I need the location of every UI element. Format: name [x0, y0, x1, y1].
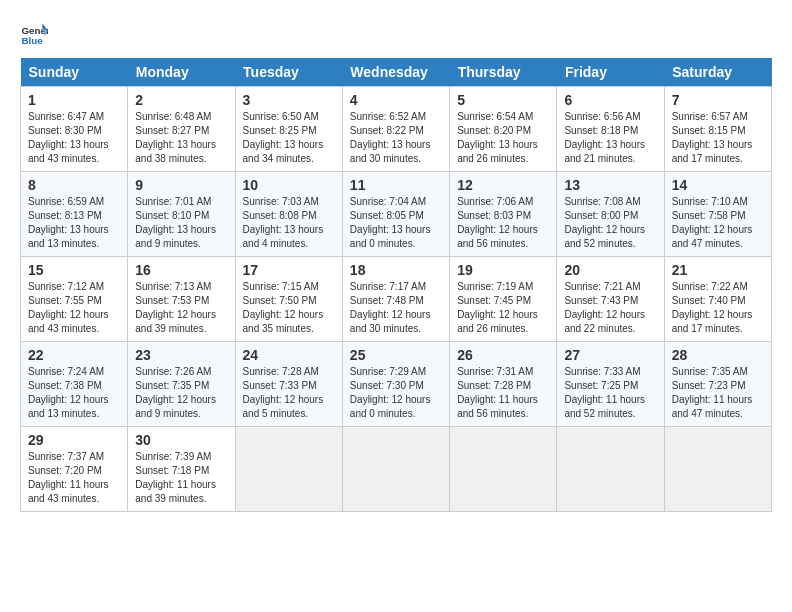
- day-number: 6: [564, 92, 656, 108]
- cell-info: Sunrise: 7:13 AMSunset: 7:53 PMDaylight:…: [135, 280, 227, 336]
- day-number: 2: [135, 92, 227, 108]
- cell-info: Sunrise: 7:06 AMSunset: 8:03 PMDaylight:…: [457, 195, 549, 251]
- day-number: 30: [135, 432, 227, 448]
- day-number: 10: [243, 177, 335, 193]
- cell-info: Sunrise: 7:03 AMSunset: 8:08 PMDaylight:…: [243, 195, 335, 251]
- table-row: 19Sunrise: 7:19 AMSunset: 7:45 PMDayligh…: [450, 257, 557, 342]
- day-number: 26: [457, 347, 549, 363]
- day-number: 24: [243, 347, 335, 363]
- cell-info: Sunrise: 7:37 AMSunset: 7:20 PMDaylight:…: [28, 450, 120, 506]
- day-number: 13: [564, 177, 656, 193]
- day-number: 29: [28, 432, 120, 448]
- day-number: 21: [672, 262, 764, 278]
- table-row: 14Sunrise: 7:10 AMSunset: 7:58 PMDayligh…: [664, 172, 771, 257]
- col-sunday: Sunday: [21, 58, 128, 87]
- day-number: 7: [672, 92, 764, 108]
- col-tuesday: Tuesday: [235, 58, 342, 87]
- col-saturday: Saturday: [664, 58, 771, 87]
- cell-info: Sunrise: 7:35 AMSunset: 7:23 PMDaylight:…: [672, 365, 764, 421]
- calendar-week-3: 15Sunrise: 7:12 AMSunset: 7:55 PMDayligh…: [21, 257, 772, 342]
- table-row: 5Sunrise: 6:54 AMSunset: 8:20 PMDaylight…: [450, 87, 557, 172]
- col-thursday: Thursday: [450, 58, 557, 87]
- table-row: 23Sunrise: 7:26 AMSunset: 7:35 PMDayligh…: [128, 342, 235, 427]
- table-row: 22Sunrise: 7:24 AMSunset: 7:38 PMDayligh…: [21, 342, 128, 427]
- logo: General Blue: [20, 20, 52, 48]
- table-row: 9Sunrise: 7:01 AMSunset: 8:10 PMDaylight…: [128, 172, 235, 257]
- day-number: 3: [243, 92, 335, 108]
- cell-info: Sunrise: 7:17 AMSunset: 7:48 PMDaylight:…: [350, 280, 442, 336]
- calendar-week-4: 22Sunrise: 7:24 AMSunset: 7:38 PMDayligh…: [21, 342, 772, 427]
- day-number: 8: [28, 177, 120, 193]
- cell-info: Sunrise: 7:39 AMSunset: 7:18 PMDaylight:…: [135, 450, 227, 506]
- logo-icon: General Blue: [20, 20, 48, 48]
- table-row: 21Sunrise: 7:22 AMSunset: 7:40 PMDayligh…: [664, 257, 771, 342]
- col-monday: Monday: [128, 58, 235, 87]
- cell-info: Sunrise: 7:01 AMSunset: 8:10 PMDaylight:…: [135, 195, 227, 251]
- table-row: 4Sunrise: 6:52 AMSunset: 8:22 PMDaylight…: [342, 87, 449, 172]
- table-row: 6Sunrise: 6:56 AMSunset: 8:18 PMDaylight…: [557, 87, 664, 172]
- calendar-week-1: 1Sunrise: 6:47 AMSunset: 8:30 PMDaylight…: [21, 87, 772, 172]
- day-number: 28: [672, 347, 764, 363]
- calendar-table: Sunday Monday Tuesday Wednesday Thursday…: [20, 58, 772, 512]
- table-row: 24Sunrise: 7:28 AMSunset: 7:33 PMDayligh…: [235, 342, 342, 427]
- table-row: 8Sunrise: 6:59 AMSunset: 8:13 PMDaylight…: [21, 172, 128, 257]
- day-number: 12: [457, 177, 549, 193]
- svg-text:Blue: Blue: [21, 35, 43, 46]
- cell-info: Sunrise: 7:31 AMSunset: 7:28 PMDaylight:…: [457, 365, 549, 421]
- cell-info: Sunrise: 7:19 AMSunset: 7:45 PMDaylight:…: [457, 280, 549, 336]
- day-number: 19: [457, 262, 549, 278]
- col-friday: Friday: [557, 58, 664, 87]
- table-row: 1Sunrise: 6:47 AMSunset: 8:30 PMDaylight…: [21, 87, 128, 172]
- cell-info: Sunrise: 7:04 AMSunset: 8:05 PMDaylight:…: [350, 195, 442, 251]
- day-number: 17: [243, 262, 335, 278]
- header: General Blue: [20, 20, 772, 48]
- table-row: 10Sunrise: 7:03 AMSunset: 8:08 PMDayligh…: [235, 172, 342, 257]
- cell-info: Sunrise: 6:52 AMSunset: 8:22 PMDaylight:…: [350, 110, 442, 166]
- table-row: 18Sunrise: 7:17 AMSunset: 7:48 PMDayligh…: [342, 257, 449, 342]
- header-row: Sunday Monday Tuesday Wednesday Thursday…: [21, 58, 772, 87]
- day-number: 18: [350, 262, 442, 278]
- table-row: 30Sunrise: 7:39 AMSunset: 7:18 PMDayligh…: [128, 427, 235, 512]
- day-number: 9: [135, 177, 227, 193]
- day-number: 15: [28, 262, 120, 278]
- cell-info: Sunrise: 7:29 AMSunset: 7:30 PMDaylight:…: [350, 365, 442, 421]
- col-wednesday: Wednesday: [342, 58, 449, 87]
- cell-info: Sunrise: 7:08 AMSunset: 8:00 PMDaylight:…: [564, 195, 656, 251]
- table-row: 27Sunrise: 7:33 AMSunset: 7:25 PMDayligh…: [557, 342, 664, 427]
- table-row: 16Sunrise: 7:13 AMSunset: 7:53 PMDayligh…: [128, 257, 235, 342]
- table-row: 13Sunrise: 7:08 AMSunset: 8:00 PMDayligh…: [557, 172, 664, 257]
- calendar-week-2: 8Sunrise: 6:59 AMSunset: 8:13 PMDaylight…: [21, 172, 772, 257]
- table-row: [450, 427, 557, 512]
- table-row: [235, 427, 342, 512]
- day-number: 4: [350, 92, 442, 108]
- calendar-week-5: 29Sunrise: 7:37 AMSunset: 7:20 PMDayligh…: [21, 427, 772, 512]
- table-row: 15Sunrise: 7:12 AMSunset: 7:55 PMDayligh…: [21, 257, 128, 342]
- table-row: 20Sunrise: 7:21 AMSunset: 7:43 PMDayligh…: [557, 257, 664, 342]
- table-row: 29Sunrise: 7:37 AMSunset: 7:20 PMDayligh…: [21, 427, 128, 512]
- day-number: 5: [457, 92, 549, 108]
- day-number: 1: [28, 92, 120, 108]
- cell-info: Sunrise: 7:21 AMSunset: 7:43 PMDaylight:…: [564, 280, 656, 336]
- cell-info: Sunrise: 7:10 AMSunset: 7:58 PMDaylight:…: [672, 195, 764, 251]
- table-row: 3Sunrise: 6:50 AMSunset: 8:25 PMDaylight…: [235, 87, 342, 172]
- day-number: 23: [135, 347, 227, 363]
- day-number: 27: [564, 347, 656, 363]
- cell-info: Sunrise: 6:54 AMSunset: 8:20 PMDaylight:…: [457, 110, 549, 166]
- cell-info: Sunrise: 7:26 AMSunset: 7:35 PMDaylight:…: [135, 365, 227, 421]
- table-row: [342, 427, 449, 512]
- day-number: 16: [135, 262, 227, 278]
- cell-info: Sunrise: 7:12 AMSunset: 7:55 PMDaylight:…: [28, 280, 120, 336]
- cell-info: Sunrise: 6:57 AMSunset: 8:15 PMDaylight:…: [672, 110, 764, 166]
- table-row: 11Sunrise: 7:04 AMSunset: 8:05 PMDayligh…: [342, 172, 449, 257]
- cell-info: Sunrise: 7:33 AMSunset: 7:25 PMDaylight:…: [564, 365, 656, 421]
- cell-info: Sunrise: 6:59 AMSunset: 8:13 PMDaylight:…: [28, 195, 120, 251]
- day-number: 25: [350, 347, 442, 363]
- table-row: 12Sunrise: 7:06 AMSunset: 8:03 PMDayligh…: [450, 172, 557, 257]
- table-row: 25Sunrise: 7:29 AMSunset: 7:30 PMDayligh…: [342, 342, 449, 427]
- day-number: 20: [564, 262, 656, 278]
- cell-info: Sunrise: 7:28 AMSunset: 7:33 PMDaylight:…: [243, 365, 335, 421]
- cell-info: Sunrise: 6:47 AMSunset: 8:30 PMDaylight:…: [28, 110, 120, 166]
- table-row: 28Sunrise: 7:35 AMSunset: 7:23 PMDayligh…: [664, 342, 771, 427]
- table-row: [557, 427, 664, 512]
- cell-info: Sunrise: 7:15 AMSunset: 7:50 PMDaylight:…: [243, 280, 335, 336]
